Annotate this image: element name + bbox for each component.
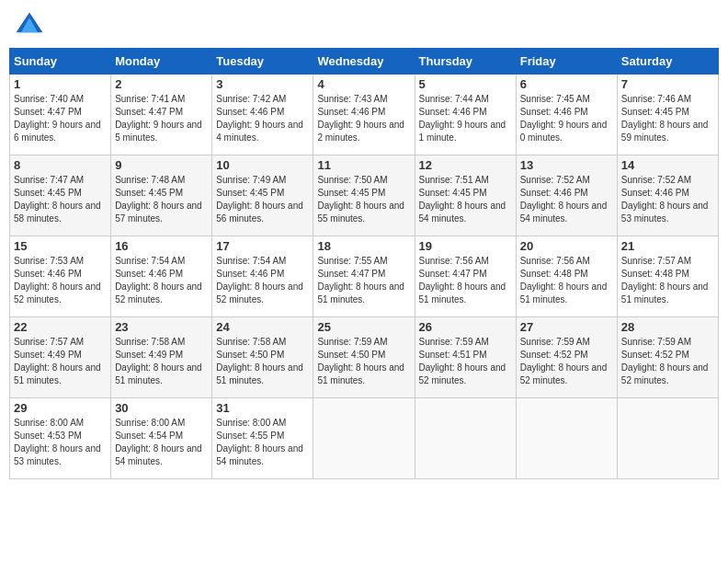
day-number: 30 [115,401,208,415]
day-number: 7 [621,77,714,91]
calendar-cell: 18 Sunrise: 7:55 AM Sunset: 4:47 PM Dayl… [313,236,415,317]
day-number: 11 [317,158,410,172]
day-number: 29 [14,401,107,415]
calendar-cell: 25 Sunrise: 7:59 AM Sunset: 4:50 PM Dayl… [313,317,415,398]
day-number: 31 [216,401,309,415]
day-info: Sunrise: 7:56 AM Sunset: 4:47 PM Dayligh… [419,255,512,306]
day-number: 26 [419,320,512,334]
day-number: 20 [520,239,613,253]
calendar-cell: 23 Sunrise: 7:58 AM Sunset: 4:49 PM Dayl… [111,317,212,398]
weekday-header: Tuesday [212,49,313,75]
logo-icon [13,9,46,42]
calendar-cell: 22 Sunrise: 7:57 AM Sunset: 4:49 PM Dayl… [10,317,111,398]
day-info: Sunrise: 7:44 AM Sunset: 4:46 PM Dayligh… [419,93,512,144]
calendar-cell [516,398,617,479]
calendar-cell: 26 Sunrise: 7:59 AM Sunset: 4:51 PM Dayl… [415,317,516,398]
calendar-cell: 5 Sunrise: 7:44 AM Sunset: 4:46 PM Dayli… [415,75,516,155]
day-info: Sunrise: 7:55 AM Sunset: 4:47 PM Dayligh… [317,255,410,306]
calendar-cell [415,398,516,479]
calendar-cell: 21 Sunrise: 7:57 AM Sunset: 4:48 PM Dayl… [617,236,718,317]
day-number: 21 [621,239,714,253]
calendar-cell: 27 Sunrise: 7:59 AM Sunset: 4:52 PM Dayl… [516,317,617,398]
day-info: Sunrise: 8:00 AM Sunset: 4:54 PM Dayligh… [115,417,208,468]
day-info: Sunrise: 7:57 AM Sunset: 4:48 PM Dayligh… [621,255,714,306]
day-info: Sunrise: 7:52 AM Sunset: 4:46 PM Dayligh… [621,174,714,225]
calendar-cell: 8 Sunrise: 7:47 AM Sunset: 4:45 PM Dayli… [10,155,111,236]
calendar-cell: 16 Sunrise: 7:54 AM Sunset: 4:46 PM Dayl… [111,236,212,317]
day-info: Sunrise: 7:58 AM Sunset: 4:50 PM Dayligh… [216,336,309,387]
day-info: Sunrise: 7:43 AM Sunset: 4:46 PM Dayligh… [317,93,410,144]
calendar-cell: 24 Sunrise: 7:58 AM Sunset: 4:50 PM Dayl… [212,317,313,398]
calendar-cell: 29 Sunrise: 8:00 AM Sunset: 4:53 PM Dayl… [10,398,111,479]
day-number: 28 [621,320,714,334]
day-info: Sunrise: 7:49 AM Sunset: 4:45 PM Dayligh… [216,174,309,225]
calendar-cell [313,398,415,479]
day-number: 22 [14,320,107,334]
weekday-header: Thursday [415,49,516,75]
day-info: Sunrise: 7:59 AM Sunset: 4:51 PM Dayligh… [419,336,512,387]
weekday-header: Friday [516,49,617,75]
day-info: Sunrise: 7:46 AM Sunset: 4:45 PM Dayligh… [621,93,714,144]
day-number: 9 [115,158,208,172]
calendar-cell: 4 Sunrise: 7:43 AM Sunset: 4:46 PM Dayli… [313,75,415,155]
day-number: 5 [419,77,512,91]
day-info: Sunrise: 7:47 AM Sunset: 4:45 PM Dayligh… [14,174,107,225]
day-number: 8 [14,158,107,172]
day-number: 1 [14,77,107,91]
day-info: Sunrise: 7:52 AM Sunset: 4:46 PM Dayligh… [520,174,613,225]
day-number: 14 [621,158,714,172]
day-info: Sunrise: 7:41 AM Sunset: 4:47 PM Dayligh… [115,93,208,144]
day-number: 27 [520,320,613,334]
day-info: Sunrise: 7:56 AM Sunset: 4:48 PM Dayligh… [520,255,613,306]
calendar-cell: 1 Sunrise: 7:40 AM Sunset: 4:47 PM Dayli… [10,75,111,155]
calendar-cell [617,398,718,479]
calendar-cell: 14 Sunrise: 7:52 AM Sunset: 4:46 PM Dayl… [617,155,718,236]
day-number: 12 [419,158,512,172]
calendar-cell: 10 Sunrise: 7:49 AM Sunset: 4:45 PM Dayl… [212,155,313,236]
day-number: 3 [216,77,309,91]
day-number: 25 [317,320,410,334]
day-number: 6 [520,77,613,91]
calendar-cell: 17 Sunrise: 7:54 AM Sunset: 4:46 PM Dayl… [212,236,313,317]
weekday-header: Saturday [617,49,718,75]
calendar-cell: 9 Sunrise: 7:48 AM Sunset: 4:45 PM Dayli… [111,155,212,236]
day-number: 2 [115,77,208,91]
day-info: Sunrise: 7:53 AM Sunset: 4:46 PM Dayligh… [14,255,107,306]
day-info: Sunrise: 8:00 AM Sunset: 4:55 PM Dayligh… [216,417,309,468]
day-info: Sunrise: 7:42 AM Sunset: 4:46 PM Dayligh… [216,93,309,144]
calendar-cell: 19 Sunrise: 7:56 AM Sunset: 4:47 PM Dayl… [415,236,516,317]
day-number: 15 [14,239,107,253]
day-info: Sunrise: 7:57 AM Sunset: 4:49 PM Dayligh… [14,336,107,387]
day-number: 13 [520,158,613,172]
calendar-cell: 3 Sunrise: 7:42 AM Sunset: 4:46 PM Dayli… [212,75,313,155]
header [9,9,719,42]
day-number: 4 [317,77,410,91]
calendar-cell: 11 Sunrise: 7:50 AM Sunset: 4:45 PM Dayl… [313,155,415,236]
day-info: Sunrise: 7:54 AM Sunset: 4:46 PM Dayligh… [216,255,309,306]
day-info: Sunrise: 7:54 AM Sunset: 4:46 PM Dayligh… [115,255,208,306]
calendar-cell: 13 Sunrise: 7:52 AM Sunset: 4:46 PM Dayl… [516,155,617,236]
day-info: Sunrise: 7:40 AM Sunset: 4:47 PM Dayligh… [14,93,107,144]
calendar-cell: 20 Sunrise: 7:56 AM Sunset: 4:48 PM Dayl… [516,236,617,317]
day-info: Sunrise: 7:59 AM Sunset: 4:50 PM Dayligh… [317,336,410,387]
day-info: Sunrise: 8:00 AM Sunset: 4:53 PM Dayligh… [14,417,107,468]
day-number: 17 [216,239,309,253]
day-info: Sunrise: 7:58 AM Sunset: 4:49 PM Dayligh… [115,336,208,387]
calendar-cell: 2 Sunrise: 7:41 AM Sunset: 4:47 PM Dayli… [111,75,212,155]
day-info: Sunrise: 7:45 AM Sunset: 4:46 PM Dayligh… [520,93,613,144]
day-info: Sunrise: 7:50 AM Sunset: 4:45 PM Dayligh… [317,174,410,225]
day-number: 19 [419,239,512,253]
calendar-cell: 7 Sunrise: 7:46 AM Sunset: 4:45 PM Dayli… [617,75,718,155]
calendar-cell: 28 Sunrise: 7:59 AM Sunset: 4:52 PM Dayl… [617,317,718,398]
day-number: 24 [216,320,309,334]
calendar-cell: 31 Sunrise: 8:00 AM Sunset: 4:55 PM Dayl… [212,398,313,479]
day-info: Sunrise: 7:51 AM Sunset: 4:45 PM Dayligh… [419,174,512,225]
weekday-header: Monday [111,49,212,75]
calendar-cell: 15 Sunrise: 7:53 AM Sunset: 4:46 PM Dayl… [10,236,111,317]
day-info: Sunrise: 7:59 AM Sunset: 4:52 PM Dayligh… [621,336,714,387]
calendar: SundayMondayTuesdayWednesdayThursdayFrid… [9,48,719,479]
weekday-header: Sunday [10,49,111,75]
calendar-cell: 30 Sunrise: 8:00 AM Sunset: 4:54 PM Dayl… [111,398,212,479]
day-number: 16 [115,239,208,253]
calendar-cell: 12 Sunrise: 7:51 AM Sunset: 4:45 PM Dayl… [415,155,516,236]
